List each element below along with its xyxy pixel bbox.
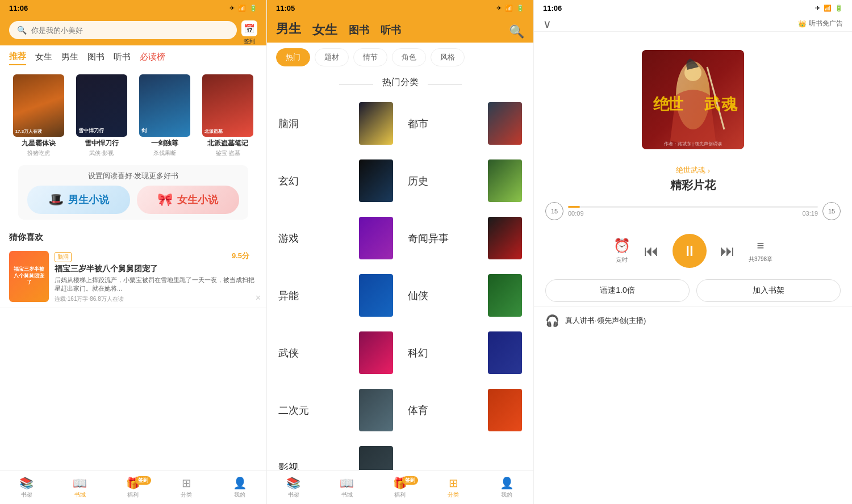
airplane-icon: ✈ <box>229 5 235 12</box>
cat-youxi-name: 游戏 <box>278 232 299 245</box>
category-label: 分类 <box>181 491 192 499</box>
rec-cover: 福宝三岁半被八个舅舅团宠了 <box>9 251 49 302</box>
tab-male[interactable]: 男生 <box>61 52 78 65</box>
cat-lishi[interactable]: 历史 <box>401 153 529 209</box>
cat-youxi[interactable]: 游戏 <box>272 210 400 266</box>
search-bar[interactable]: 🔍 <box>9 21 237 39</box>
cat-naodong[interactable]: 脑洞 <box>272 95 400 152</box>
checkin-button[interactable]: 📅 签到 <box>241 20 257 45</box>
middle-panel: 11:05 ✈ 📶 🔋 男生 女生 图书 听书 🔍 热门 题材 情节 角色 风格… <box>267 0 534 504</box>
right-status-time: 11:06 <box>543 4 562 12</box>
ad-label: 听书免广告 <box>809 19 843 28</box>
mid-nav-bookstore[interactable]: 📖 书城 <box>320 476 374 499</box>
chapters-button[interactable]: ≡ 共3798章 <box>749 238 772 263</box>
tab-mustread[interactable]: 必读榜 <box>140 52 165 65</box>
cat-tiyu-thumb <box>488 389 522 431</box>
cat-kehuan-name: 科幻 <box>408 346 428 360</box>
prev-button[interactable]: ⏮ <box>644 242 659 260</box>
rec-info: 脑洞 福宝三岁半被八个舅舅团宠了 后妈从楼梯上摔跤流产，小粟宝被罚在雪地里跪了一… <box>55 251 257 304</box>
chapters-label: 共3798章 <box>749 255 772 263</box>
tab-recommend[interactable]: 推荐 <box>9 51 26 65</box>
rec-score: 9.5分 <box>232 251 249 261</box>
mid-nav-category[interactable]: ⊞ 分类 <box>427 476 480 499</box>
tab-books[interactable]: 图书 <box>87 52 105 65</box>
mid-tab-books[interactable]: 图书 <box>349 23 369 40</box>
prev-icon: ⏮ <box>644 242 659 260</box>
cat-tab-plot[interactable]: 情节 <box>353 48 387 66</box>
nav-mine[interactable]: 👤 我的 <box>213 476 266 499</box>
mid-nav-mine[interactable]: 👤 我的 <box>480 476 533 499</box>
cat-xuanhuan[interactable]: 玄幻 <box>272 153 400 209</box>
cat-tab-theme[interactable]: 题材 <box>315 48 349 66</box>
recommend-item[interactable]: 福宝三岁半被八个舅舅团宠了 脑洞 福宝三岁半被八个舅舅团宠了 后妈从楼梯上摔跤流… <box>0 246 266 309</box>
timer-button[interactable]: ⏰ 定时 <box>613 238 630 264</box>
series-arrow: › <box>708 166 710 175</box>
skip-forward-button[interactable]: 15 <box>822 202 841 220</box>
book-cover-3: 剑 <box>139 74 190 137</box>
cat-dushi-name: 都市 <box>408 117 428 131</box>
cat-tab-hot[interactable]: 热门 <box>276 48 310 66</box>
chevron-down-icon[interactable]: ∨ <box>543 17 552 31</box>
mid-nav-shelf[interactable]: 📚 书架 <box>267 476 320 499</box>
skip-back-button[interactable]: 15 <box>545 202 563 220</box>
cat-wuxia[interactable]: 武侠 <box>272 325 400 381</box>
mid-category-label: 分类 <box>448 491 459 499</box>
play-pause-button[interactable]: ⏸ <box>673 234 707 268</box>
tab-female[interactable]: 女生 <box>35 52 52 65</box>
audio-series-link[interactable]: 绝世武魂 › <box>543 165 843 175</box>
mid-category-icon: ⊞ <box>449 476 458 490</box>
mid-tab-audio[interactable]: 听书 <box>381 23 401 40</box>
female-novel-button[interactable]: 🎀 女生小说 <box>137 186 240 214</box>
timer-label: 定时 <box>616 256 628 264</box>
middle-status-icons: ✈ 📶 🔋 <box>496 5 524 12</box>
tab-audio[interactable]: 听书 <box>114 52 131 65</box>
book-grid: 17.3万人在读 九星霸体诀 扮猪吃虎 雪中悍刀行 雪中悍刀行 武侠·影视 剑 … <box>0 69 266 163</box>
book-item-2[interactable]: 雪中悍刀行 雪中悍刀行 武侠·影视 <box>72 74 131 157</box>
cat-kehuan[interactable]: 科幻 <box>401 325 529 381</box>
cat-tab-char[interactable]: 角色 <box>392 48 426 66</box>
middle-search-icon[interactable]: 🔍 <box>509 24 524 39</box>
nav-welfare[interactable]: 🎁 签到 福利 <box>107 476 160 499</box>
nav-bookstore[interactable]: 📖 书城 <box>53 476 107 499</box>
cat-tiyu[interactable]: 体育 <box>401 382 529 438</box>
voice-text: 真人讲书·领先声创(主播) <box>565 316 646 326</box>
right-wifi-icon: 📶 <box>824 5 832 12</box>
category-grid-scroll[interactable]: 脑洞 都市 玄幻 历史 <box>267 95 533 470</box>
book-item-1[interactable]: 17.3万人在读 九星霸体诀 扮猪吃虎 <box>9 74 68 157</box>
next-button[interactable]: ⏭ <box>720 242 735 260</box>
book-tag-2: 武侠·影视 <box>89 149 114 157</box>
mid-tab-female[interactable]: 女生 <box>312 22 337 42</box>
book-title-2: 雪中悍刀行 <box>85 139 119 148</box>
cat-erciyuan[interactable]: 二次元 <box>272 382 400 438</box>
cat-yingshi[interactable]: 影视 <box>272 439 400 470</box>
rec-close-button[interactable]: × <box>256 293 261 303</box>
cat-naodong-name: 脑洞 <box>278 117 299 131</box>
cat-qiwen[interactable]: 奇闻异事 <box>401 210 529 266</box>
left-bottom-nav: 📚 书架 📖 书城 🎁 签到 福利 ⊞ 分类 👤 我的 <box>0 470 266 504</box>
cat-kehuan-thumb <box>488 331 522 374</box>
audio-progress: 15 00:09 03:19 15 <box>534 195 852 227</box>
middle-header: 男生 女生 图书 听书 🔍 <box>267 16 533 43</box>
speed-button[interactable]: 语速1.0倍 <box>545 279 690 302</box>
right-battery-icon: 🔋 <box>835 5 843 12</box>
shelf-button[interactable]: 加入书架 <box>696 279 841 302</box>
bookstore-icon: 📖 <box>73 476 87 490</box>
right-status-icons: ✈ 📶 🔋 <box>815 5 843 12</box>
search-input[interactable] <box>31 26 229 35</box>
mid-battery-icon: 🔋 <box>516 5 524 12</box>
book-item-4[interactable]: 北派盗墓 北派盗墓笔记 鉴宝·盗墓 <box>199 74 257 157</box>
ad-button[interactable]: 👑 听书免广告 <box>798 19 843 28</box>
book-item-3[interactable]: 剑 一剑独尊 杀伐果断 <box>136 74 194 157</box>
nav-category[interactable]: ⊞ 分类 <box>160 476 213 499</box>
mid-tab-male[interactable]: 男生 <box>276 20 301 43</box>
cat-xianxia[interactable]: 仙侠 <box>401 267 529 324</box>
cat-yineng[interactable]: 异能 <box>272 267 400 324</box>
cat-tab-style[interactable]: 风格 <box>431 48 465 66</box>
progress-bar-container[interactable]: 00:09 03:19 <box>568 206 818 217</box>
mid-nav-welfare[interactable]: 🎁 签到 福利 <box>374 476 427 499</box>
skip-back-label: 15 <box>551 208 558 215</box>
svg-text:武: 武 <box>704 95 721 113</box>
nav-shelf[interactable]: 📚 书架 <box>0 476 53 499</box>
male-novel-button[interactable]: 🎩 男生小说 <box>27 186 130 214</box>
cat-dushi[interactable]: 都市 <box>401 95 529 152</box>
